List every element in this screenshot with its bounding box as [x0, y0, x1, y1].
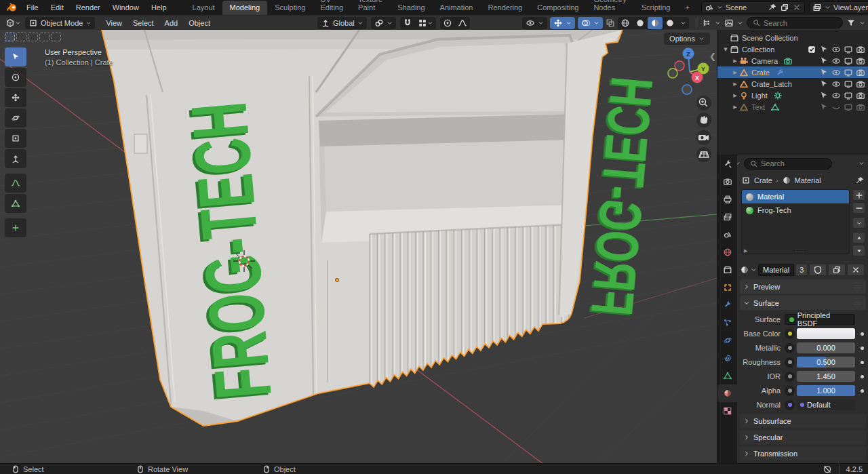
preview-panel-header[interactable]: Preview ::::	[740, 279, 866, 294]
material-slot-frog-tech[interactable]: Frog-Tech	[742, 203, 849, 217]
viewport-canvas[interactable]: FROG-TECHFROG-TECHFROG-TECHFROG-TECHZYX	[0, 30, 717, 463]
scene-selector[interactable]: Scene	[701, 1, 805, 14]
select-mode-extend[interactable]	[16, 33, 26, 41]
copy-material-button[interactable]	[828, 264, 846, 276]
surface-panel-header[interactable]: Surface ::::	[740, 296, 866, 310]
breadcrumb-object[interactable]: Crate	[754, 176, 772, 184]
base-color-swatch[interactable]	[797, 328, 855, 339]
disable-render-toggle[interactable]	[856, 79, 865, 88]
properties-tab-viewlayer[interactable]	[717, 208, 737, 226]
menu-render[interactable]: Render	[70, 0, 106, 15]
overlays-toggle[interactable]	[578, 17, 603, 29]
select-mode-new[interactable]	[5, 33, 15, 41]
add-workspace-button[interactable]: +	[677, 1, 696, 15]
fake-user-button[interactable]	[809, 264, 827, 276]
menu-edit[interactable]: Edit	[45, 0, 70, 15]
shading-dropdown[interactable]	[677, 17, 689, 29]
hide-viewport-toggle[interactable]	[831, 102, 841, 111]
outliner-row-crate_latch[interactable]: ▸Crate_Latch	[717, 78, 868, 90]
outliner-display-icon[interactable]	[724, 18, 734, 28]
new-scene-icon[interactable]	[780, 3, 789, 12]
viewlayer-name[interactable]: ViewLayer	[833, 3, 868, 12]
keyframe-dot[interactable]	[861, 361, 864, 364]
properties-tab-modifier[interactable]	[717, 296, 737, 314]
properties-search-input[interactable]: Search	[744, 158, 832, 170]
value-slider[interactable]: 0.000	[797, 342, 855, 353]
shading-material-preview[interactable]	[648, 17, 663, 29]
outliner-row-light[interactable]: ▸Light	[717, 90, 868, 101]
move-slot-down-button[interactable]	[852, 245, 865, 256]
expand-icon[interactable]: ▸	[731, 56, 739, 65]
input-socket-button[interactable]	[785, 343, 795, 353]
pin-icon[interactable]	[768, 3, 777, 12]
expand-icon[interactable]: ▸	[731, 68, 739, 77]
properties-tab-data[interactable]	[717, 367, 737, 384]
disable-render-toggle[interactable]	[856, 44, 865, 54]
pivot-point-dropdown[interactable]	[371, 17, 396, 29]
move-slot-up-button[interactable]	[852, 232, 865, 243]
options-dropdown[interactable]: Options	[664, 33, 710, 45]
disable-render-toggle[interactable]	[856, 90, 865, 100]
select-mode-subtract[interactable]	[28, 33, 38, 41]
collapse-icon[interactable]: ▾	[722, 45, 730, 54]
value-slider[interactable]: 0.500	[797, 357, 855, 368]
outliner-search-input[interactable]: Search	[747, 17, 843, 28]
tab-animation[interactable]: Animation	[433, 1, 481, 15]
chevron-down-icon[interactable]	[859, 159, 865, 168]
xray-toggle[interactable]	[606, 18, 615, 28]
viewlayer-selector[interactable]: ViewLayer	[809, 1, 868, 14]
tab-modeling[interactable]: Modeling	[222, 1, 268, 15]
viewport-menu-object[interactable]: Object	[183, 19, 216, 27]
panel-header-specular[interactable]: Specular	[740, 430, 866, 444]
outliner-row-collection[interactable]: ▾Collection	[717, 43, 868, 55]
keyframe-dot[interactable]	[861, 389, 864, 393]
disable-viewports-toggle[interactable]	[844, 67, 853, 77]
snap-settings-dropdown[interactable]	[415, 17, 436, 29]
close-icon[interactable]	[792, 3, 802, 12]
filter-funnel-icon[interactable]	[846, 18, 856, 28]
selectable-toggle[interactable]	[819, 79, 829, 88]
properties-tab-material[interactable]	[717, 384, 737, 402]
snap-toggle[interactable]	[400, 17, 415, 29]
value-slider[interactable]: 1.000	[797, 385, 855, 396]
properties-tab-particles[interactable]	[717, 314, 737, 332]
disable-viewports-toggle[interactable]	[844, 90, 853, 100]
outliner-row-camera[interactable]: ▸Camera	[717, 55, 868, 66]
annotate-tool[interactable]	[5, 174, 26, 193]
hide-viewport-toggle[interactable]	[831, 79, 841, 88]
falloff-dropdown[interactable]	[455, 17, 470, 29]
panel-header-subsurface[interactable]: Subsurface	[740, 414, 866, 428]
chevron-down-icon[interactable]	[737, 18, 743, 28]
visibility-dropdown[interactable]	[522, 17, 547, 29]
expand-icon[interactable]: ▸	[731, 79, 739, 88]
selectable-toggle[interactable]	[819, 102, 829, 111]
gizmo-minus-z-axis[interactable]	[682, 85, 692, 94]
gizmos-toggle[interactable]	[550, 17, 575, 29]
hide-viewport-toggle[interactable]	[831, 67, 841, 77]
outliner-row-scene-collection[interactable]: Scene Collection	[717, 32, 868, 43]
scale-tool[interactable]	[5, 129, 26, 148]
gizmo-minus-y-axis[interactable]	[668, 68, 677, 78]
material-slot-material[interactable]: Material	[742, 190, 849, 203]
camera-view-button[interactable]	[696, 130, 711, 145]
unlink-button[interactable]	[847, 264, 865, 276]
rotate-tool[interactable]	[5, 108, 26, 127]
list-expand-arrow[interactable]: ▸	[744, 246, 748, 255]
disable-render-toggle[interactable]	[856, 102, 865, 111]
shading-solid[interactable]	[633, 17, 648, 29]
select-mode-intersect[interactable]	[51, 33, 61, 41]
region-collapse-arrow[interactable]: ❮	[709, 52, 716, 61]
editor-type-icon[interactable]	[5, 18, 15, 28]
scene-name[interactable]: Scene	[726, 3, 765, 12]
disable-viewports-toggle[interactable]	[844, 102, 853, 111]
hide-viewport-toggle[interactable]	[831, 44, 841, 54]
properties-tab-world[interactable]	[717, 243, 737, 261]
expand-icon[interactable]: ▸	[731, 91, 739, 100]
menu-window[interactable]: Window	[106, 0, 145, 15]
value-slider[interactable]: 1.450	[797, 371, 855, 382]
chevron-down-icon[interactable]	[15, 18, 21, 28]
remove-slot-button[interactable]	[852, 202, 865, 214]
disable-viewports-toggle[interactable]	[844, 56, 853, 65]
viewport-menu-view[interactable]: View	[100, 19, 127, 27]
collection-checkbox[interactable]	[807, 44, 816, 54]
